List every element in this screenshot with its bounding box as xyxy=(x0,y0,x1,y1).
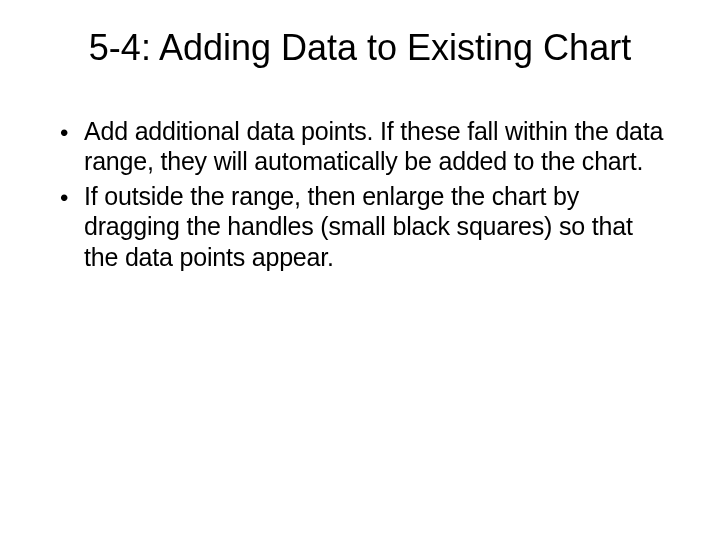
slide-title: 5-4: Adding Data to Existing Chart xyxy=(48,28,672,68)
slide: 5-4: Adding Data to Existing Chart • Add… xyxy=(0,0,720,540)
bullet-icon: • xyxy=(60,116,84,148)
slide-content: • Add additional data points. If these f… xyxy=(48,116,672,273)
bullet-text: If outside the range, then enlarge the c… xyxy=(84,181,672,273)
list-item: • Add additional data points. If these f… xyxy=(60,116,672,177)
list-item: • If outside the range, then enlarge the… xyxy=(60,181,672,273)
bullet-text: Add additional data points. If these fal… xyxy=(84,116,672,177)
bullet-icon: • xyxy=(60,181,84,213)
